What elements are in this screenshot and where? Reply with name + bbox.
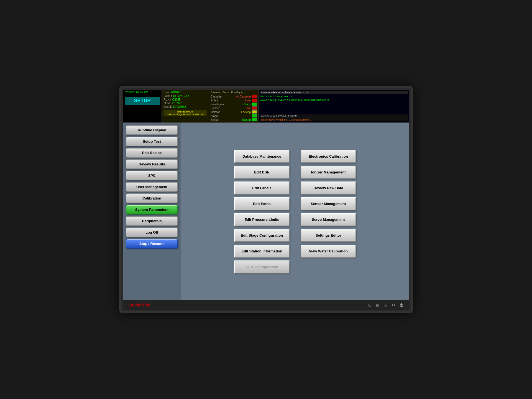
zone-label: ZONE [163, 102, 171, 105]
zone-value: E13927 [172, 102, 182, 105]
isolator-indicator [252, 110, 257, 114]
run-label: RUN# [163, 98, 171, 101]
robot-value: Error [228, 99, 251, 102]
btn-edit-labels[interactable]: Edit Labels [234, 181, 290, 195]
btn-servo-management[interactable]: Servo Management [301, 213, 356, 226]
header: 02/09/23 07:52 PM SETUP User EPIMET PART… [123, 90, 409, 123]
part-value: NC CV COR [173, 94, 189, 98]
stage-row: Stage [211, 114, 257, 117]
sidebar-btn-user-management[interactable]: User Management [126, 182, 178, 192]
btn-edit-stage-configuration[interactable]: Edit Stage Configuration [234, 229, 290, 242]
sidebar-btn-setup-test[interactable]: Setup Test [126, 137, 178, 146]
user-row: User EPIMET [163, 91, 207, 94]
sidebar-btn-stop-resume[interactable]: Stop / Resume [126, 239, 178, 249]
robot-label: Robot [211, 99, 227, 102]
zone-row: ZONE E13927 [163, 102, 207, 105]
monitor-bottom: ThinkVision ⊟ ⊠ ☼ ↻ ⏻ [123, 300, 409, 310]
sidebar-btn-runtime-display[interactable]: Runtime Display [126, 125, 178, 135]
isolator-row: Isolator Locking [211, 110, 257, 114]
btn-ionizer-management[interactable]: Ionizer Management [301, 166, 356, 179]
btn-database-maintenance[interactable]: Database Maintenance [234, 150, 290, 163]
isolator-label: Isolator [211, 111, 227, 114]
screen: 02/09/23 07:52 PM SETUP User EPIMET PART… [123, 90, 409, 300]
prealigner-row: Pre-aligner Ready [211, 103, 257, 106]
prealigner-label: Pre-aligner [211, 103, 227, 106]
btn-gem-configuration: GEM Configuration [234, 260, 290, 273]
log-footer: Last Backup: 05/29/04 11:00 PM Ionizer D… [260, 114, 408, 121]
run-value: CS055 [172, 98, 181, 101]
sidebar-btn-log-off[interactable]: Log Off [126, 227, 178, 237]
part-label: PART# [163, 94, 172, 98]
log-entries: 2/9/23,7:46:57 PM,Power Up 2/9/23,7:49:0… [260, 95, 408, 114]
header-status-section: Cassette Robot Pre-aligner Cassette No C… [209, 90, 259, 122]
part-row: PART# NC CV COR [163, 94, 207, 98]
cassette-label: Cassette [211, 95, 227, 98]
btn-view-wafer-calibration[interactable]: View Wafer Calibration [301, 245, 356, 258]
btn-edit-station-information[interactable]: Edit Station Information [234, 245, 290, 258]
monitor-power[interactable]: ⏻ [400, 303, 403, 307]
header-datetime-section: 02/09/23 07:52 PM SETUP [123, 90, 162, 122]
preface-value: Error [228, 107, 251, 110]
datetime-label: 02/09/23 07:52 PM [125, 91, 160, 94]
testid-row: Test ID E7027072 [163, 105, 207, 108]
testid-label: Test ID [163, 105, 172, 108]
serial-info: Serial Number: E7 Software Version: 2.1.… [260, 91, 408, 94]
center-panel: Database Maintenance Edit DSN Edit Label… [181, 123, 409, 300]
log-entry-2: 2/9/23,7:49:02 PM,Error 65 occurred at s… [260, 98, 408, 101]
right-buttons-col: Electronics Calibration Ionizer Manageme… [301, 150, 356, 258]
brand-label: ThinkVision [129, 303, 150, 307]
preface-label: Preface [211, 107, 227, 110]
monitor-controls: ⊟ ⊠ ☼ ↻ ⏻ [368, 303, 403, 307]
isolator-value: Locking [228, 111, 251, 114]
sidebar: Runtime Display Setup Test Edit Recipe R… [123, 123, 181, 300]
run-row: RUN# CS055 [163, 98, 207, 101]
enable-row: ENABLE/NOT OFFLINE/EQUIPMENT OFFLINE [163, 110, 207, 116]
preface-indicator [252, 106, 257, 110]
sensor-value: Raised [228, 118, 251, 121]
header-info-section: User EPIMET PART# NC CV COR RUN# CS055 Z… [162, 90, 209, 122]
sidebar-btn-peripherals[interactable]: Peripherals [126, 216, 178, 226]
btn-edit-paths[interactable]: Edit Paths [234, 197, 290, 210]
log-entry-1: 2/9/23,7:46:57 PM,Power Up [260, 95, 408, 98]
prealigner-indicator [252, 103, 257, 106]
setup-label: SETUP [125, 97, 160, 105]
cassette-value: No Cassette [228, 95, 251, 98]
buttons-grid: Database Maintenance Edit DSN Edit Label… [234, 150, 356, 273]
sensor-row: Sensor Raised [211, 118, 257, 121]
backup-text: Last Backup: 05/29/04 11:00 PM [260, 114, 408, 118]
stage-label: Stage [211, 114, 227, 117]
sidebar-btn-calibration[interactable]: Calibration [126, 193, 178, 203]
monitor-control-brightness[interactable]: ☼ [384, 303, 387, 307]
btn-edit-dsn[interactable]: Edit DSN [234, 166, 290, 179]
monitor-control-1[interactable]: ⊟ [368, 303, 372, 307]
robot-row: Robot Error [211, 99, 257, 102]
user-label: User [163, 91, 169, 94]
robot-indicator [252, 99, 257, 102]
cassette-indicator [252, 95, 257, 98]
testid-value: E7027072 [173, 105, 186, 108]
stage-indicator [252, 114, 257, 117]
sensor-indicator [252, 118, 257, 121]
btn-settings-editor[interactable]: Settings Editor [301, 229, 356, 242]
main-content: Runtime Display Setup Test Edit Recipe R… [123, 123, 409, 300]
monitor: 02/09/23 07:52 PM SETUP User EPIMET PART… [119, 86, 413, 313]
sidebar-btn-system-parameters[interactable]: System Parameters [126, 205, 178, 214]
btn-edit-pressure-limits[interactable]: Edit Pressure Limits [234, 213, 290, 226]
header-log-section: Serial Number: E7 Software Version: 2.1.… [259, 90, 409, 122]
btn-sensor-management[interactable]: Sensor Management [301, 197, 356, 210]
sidebar-btn-edit-recipe[interactable]: Edit Recipe [126, 148, 178, 158]
sidebar-btn-spc[interactable]: SPC [126, 171, 178, 180]
prealigner-value: Ready [228, 103, 251, 106]
user-value: EPIMET [170, 91, 181, 94]
cassette-row: Cassette No Cassette [211, 95, 257, 98]
monitor-control-2[interactable]: ⊠ [376, 303, 379, 307]
btn-review-raw-data[interactable]: Review Raw Data [301, 181, 356, 195]
left-buttons-col: Database Maintenance Edit DSN Edit Label… [234, 150, 290, 273]
ionizer-text: Ionizer Days Remaining: 0 Contact SemiTe… [260, 118, 408, 121]
monitor-control-4[interactable]: ↻ [392, 303, 395, 307]
sensor-label: Sensor [211, 118, 227, 121]
sidebar-btn-review-results[interactable]: Review Results [126, 159, 178, 169]
btn-electronics-calibration[interactable]: Electronics Calibration [301, 150, 356, 163]
cassette-section-label: Cassette Robot Pre-aligner [211, 91, 257, 94]
preface-row: Preface Error [211, 106, 257, 110]
